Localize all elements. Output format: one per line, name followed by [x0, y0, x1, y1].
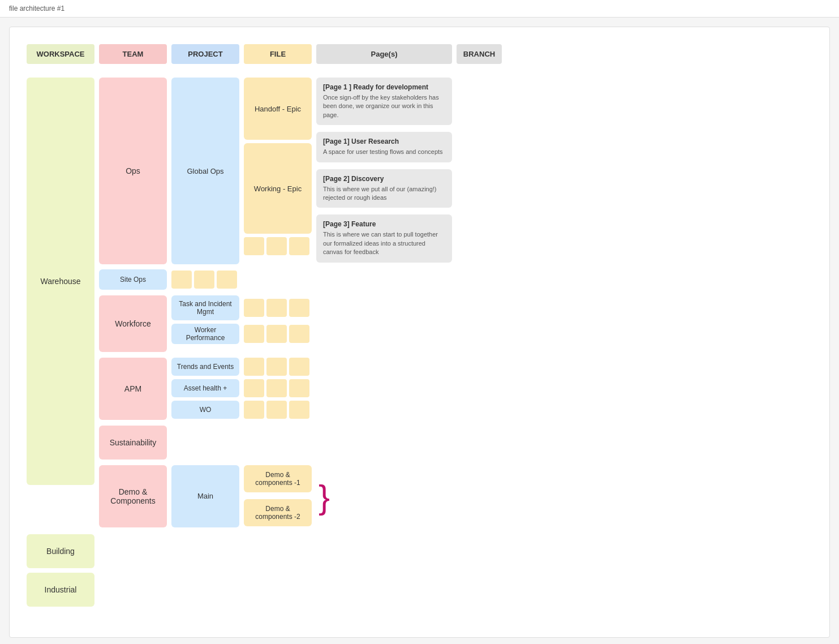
page-discovery-desc: This is where we put all of our (amazing… — [323, 185, 445, 203]
page-discovery-title: [Page 2] Discovery — [323, 175, 445, 183]
brace-container: } — [319, 465, 330, 530]
global-ops-row: Global Ops Handoff - Epic Working - Epic — [171, 78, 452, 266]
small-file-2 — [266, 237, 287, 255]
site-ops-file-1 — [171, 271, 192, 289]
page-ready-dev: [Page 1 ] Ready for development Once sig… — [316, 78, 452, 125]
header-project: PROJECT — [171, 44, 239, 64]
wo-file-1 — [244, 401, 264, 419]
project-wo: WO — [171, 401, 239, 419]
file-handoff-epic: Handoff - Epic — [244, 78, 312, 140]
main-canvas: WORKSPACE TEAM PROJECT FILE Page(s) BRAN… — [9, 27, 830, 638]
header-branch: BRANCH — [457, 44, 502, 64]
site-ops-file-3 — [217, 271, 237, 289]
small-files-global-ops — [244, 237, 312, 255]
trends-file-2 — [266, 358, 287, 376]
task-incident-row: Task and Incident Mgmt — [171, 295, 309, 320]
global-ops-files: Handoff - Epic Working - Epic — [244, 78, 312, 266]
workspace-warehouse: Warehouse — [27, 78, 94, 485]
workspace-building: Building — [27, 534, 94, 568]
wp-file-1 — [244, 325, 264, 343]
page-ready-dev-desc: Once sign-off by the key stakeholders ha… — [323, 93, 445, 119]
team-sustainability: Sustainability — [99, 426, 167, 460]
workspace-industrial: Industrial — [27, 573, 94, 607]
file-demo2: Demo & components -2 — [244, 499, 312, 526]
global-ops-group: Global Ops Handoff - Epic Working - Epic — [171, 78, 452, 266]
warehouse-section: Warehouse Ops Global Ops — [27, 78, 812, 530]
trends-events-row: Trends and Events — [171, 358, 309, 376]
header-pages: Page(s) — [316, 44, 452, 64]
sustainability-row: Sustainability — [99, 426, 452, 460]
project-trends-events: Trends and Events — [171, 358, 239, 376]
demo-row: Demo & Components Main Demo & components… — [99, 465, 452, 530]
file-demo1: Demo & components -1 — [244, 465, 312, 492]
project-worker-performance: Worker Performance — [171, 324, 239, 344]
trends-file-1 — [244, 358, 264, 376]
site-ops-files — [171, 271, 237, 289]
task-incident-files — [244, 299, 309, 317]
page-discovery: [Page 2] Discovery This is where we put … — [316, 169, 452, 208]
worker-performance-row: Worker Performance — [171, 324, 309, 344]
wp-file-3 — [289, 325, 309, 343]
team-demo: Demo & Components — [99, 465, 167, 527]
task-file-3 — [289, 299, 309, 317]
task-file-1 — [244, 299, 264, 317]
trends-file-3 — [289, 358, 309, 376]
industrial-section: Industrial — [27, 573, 812, 607]
project-global-ops: Global Ops — [171, 78, 239, 264]
header-team: TEAM — [99, 44, 167, 64]
task-file-2 — [266, 299, 287, 317]
page-user-research-title: [Page 1] User Research — [323, 138, 445, 145]
file-working-epic: Working - Epic — [244, 143, 312, 234]
title-bar: file architecture #1 — [0, 0, 839, 18]
wp-file-2 — [266, 325, 287, 343]
header-row: WORKSPACE TEAM PROJECT FILE Page(s) BRAN… — [27, 44, 812, 64]
page-ready-dev-title: [Page 1 ] Ready for development — [323, 83, 445, 91]
warehouse-teams: Ops Global Ops Handoff - Epic — [99, 78, 452, 530]
page-feature: [Page 3] Feature This is where we can st… — [316, 214, 452, 262]
wo-file-3 — [289, 401, 309, 419]
pages-global-ops: [Page 1 ] Ready for development Once sig… — [316, 78, 452, 266]
apm-row: APM Trends and Events — [99, 358, 452, 420]
project-site-ops: Site Ops — [99, 269, 167, 290]
brace-icon: } — [319, 480, 330, 514]
site-ops-row: Site Ops — [99, 269, 452, 290]
small-file-1 — [244, 237, 264, 255]
asset-file-1 — [244, 379, 264, 397]
project-task-incident: Task and Incident Mgmt — [171, 295, 239, 320]
ops-row: Ops Global Ops Handoff - Epic — [99, 78, 452, 266]
apm-projects: Trends and Events Asset health + — [171, 358, 309, 420]
worker-performance-files — [244, 325, 309, 343]
site-ops-file-2 — [194, 271, 214, 289]
asset-file-2 — [266, 379, 287, 397]
trends-files — [244, 358, 309, 376]
page-feature-desc: This is where we can start to pull toget… — [323, 230, 445, 256]
project-asset-health: Asset health + — [171, 379, 239, 397]
project-main: Main — [171, 465, 239, 527]
page-feature-title: [Page 3] Feature — [323, 220, 445, 228]
header-workspace: WORKSPACE — [27, 44, 94, 64]
page-title: file architecture #1 — [9, 5, 64, 12]
team-workforce: Workforce — [99, 295, 167, 352]
small-file-3 — [289, 237, 309, 255]
workforce-row: Workforce Task and Incident Mgmt — [99, 295, 452, 352]
workforce-projects: Task and Incident Mgmt Worker Performanc… — [171, 295, 309, 352]
team-ops: Ops — [99, 78, 167, 264]
page-user-research-desc: A space for user testing flows and conce… — [323, 148, 445, 156]
wo-file-2 — [266, 401, 287, 419]
wo-row: WO — [171, 401, 309, 419]
team-apm: APM — [99, 358, 167, 420]
building-section: Building — [27, 534, 812, 568]
demo-files: Demo & components -1 Demo & components -… — [244, 465, 312, 530]
wo-files — [244, 401, 309, 419]
header-file: FILE — [244, 44, 312, 64]
asset-files — [244, 379, 309, 397]
page-user-research: [Page 1] User Research A space for user … — [316, 132, 452, 162]
asset-health-row: Asset health + — [171, 379, 309, 397]
asset-file-3 — [289, 379, 309, 397]
